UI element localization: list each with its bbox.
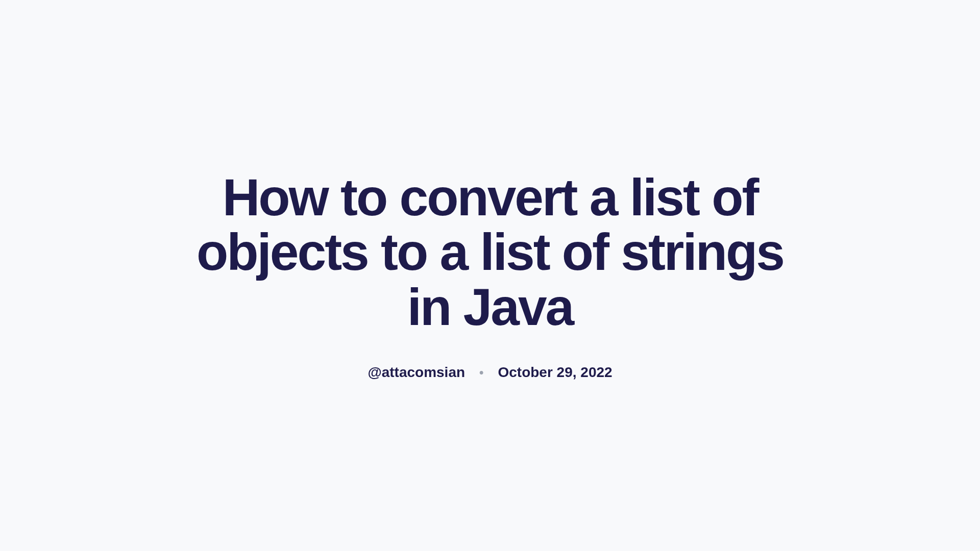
article-author[interactable]: @attacomsian bbox=[368, 364, 465, 381]
article-title: How to convert a list of objects to a li… bbox=[179, 170, 801, 334]
article-date: October 29, 2022 bbox=[498, 364, 612, 381]
meta-separator: • bbox=[479, 365, 483, 380]
article-meta: @attacomsian • October 29, 2022 bbox=[368, 364, 612, 381]
article-header: How to convert a list of objects to a li… bbox=[158, 170, 822, 380]
